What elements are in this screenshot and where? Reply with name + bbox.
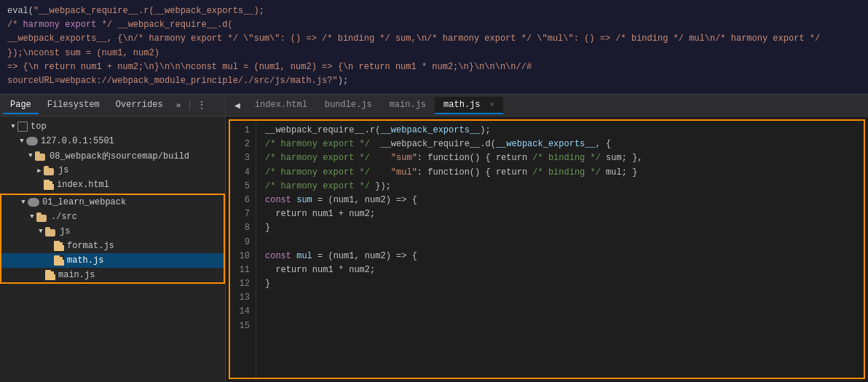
tab-divider bbox=[189, 100, 190, 111]
tree-label-js: js bbox=[58, 165, 225, 175]
arrow-learn bbox=[19, 199, 28, 206]
tree-item-math[interactable]: math.js bbox=[1, 253, 224, 268]
page-icon bbox=[17, 122, 28, 132]
file-tree: top 127.0.0.1:5501 08_webpack的sourcemap/… bbox=[0, 116, 225, 382]
tree-item-index-html[interactable]: index.html bbox=[0, 178, 225, 192]
cloud-icon-learn bbox=[28, 198, 39, 207]
file-icon-main bbox=[45, 270, 55, 280]
devtools-panel: Page Filesystem Overrides » ⋮ top 127.0 bbox=[0, 95, 868, 382]
arrow-server bbox=[17, 138, 26, 145]
highlighted-group: 01_learn_webpack ./src bbox=[0, 194, 225, 284]
tab-filesystem[interactable]: Filesystem bbox=[40, 97, 107, 114]
code-line-13 bbox=[265, 291, 855, 305]
code-line-14 bbox=[265, 305, 855, 319]
tab-page[interactable]: Page bbox=[3, 97, 39, 114]
tree-item-format[interactable]: format.js bbox=[1, 239, 224, 253]
code-line-6: const sum = (num1, num2) => { bbox=[265, 194, 855, 207]
tree-label-src: ./src bbox=[51, 212, 224, 222]
tree-item-build[interactable]: 08_webpack的sourcemap/build bbox=[0, 148, 225, 163]
nav-back-icon[interactable]: ◀ bbox=[229, 100, 246, 111]
code-line-3: /* harmony export */ "sum": function() {… bbox=[265, 151, 855, 165]
code-line-4: /* harmony export */ "mul": function() {… bbox=[265, 166, 855, 180]
tab-close-icon[interactable]: × bbox=[490, 101, 494, 109]
tree-item-src[interactable]: ./src bbox=[1, 210, 224, 224]
editor-tab-index[interactable]: index.html bbox=[246, 97, 316, 114]
line-numbers: 1 2 3 4 5 6 7 8 9 10 11 12 13 14 15 bbox=[230, 121, 256, 378]
sidebar-menu-icon[interactable]: ⋮ bbox=[194, 100, 209, 111]
editor-area: ◀ index.html bundle.js main.js math.js ×… bbox=[226, 95, 868, 382]
folder-icon-src bbox=[36, 212, 48, 222]
tree-label-format: format.js bbox=[67, 241, 224, 251]
tree-label-js2: js bbox=[60, 226, 224, 236]
code-line-9 bbox=[265, 236, 855, 250]
file-icon-math bbox=[54, 255, 64, 266]
sidebar-tab-bar: Page Filesystem Overrides » ⋮ bbox=[0, 95, 225, 116]
tree-item-js[interactable]: js bbox=[0, 163, 225, 178]
file-icon-format bbox=[54, 241, 64, 251]
sidebar: Page Filesystem Overrides » ⋮ top 127.0 bbox=[0, 95, 226, 382]
code-line-15 bbox=[265, 319, 855, 333]
folder-icon-js2 bbox=[45, 226, 57, 236]
code-line-8: } bbox=[265, 221, 855, 235]
eval-content: eval("__webpack_require__.r(__webpack_ex… bbox=[7, 6, 820, 86]
editor-tab-bar: ◀ index.html bundle.js main.js math.js × bbox=[226, 95, 868, 116]
code-line-11: return num1 * num2; bbox=[265, 263, 855, 277]
tab-more[interactable]: » bbox=[172, 98, 186, 113]
eval-bar: eval("__webpack_require__.r(__webpack_ex… bbox=[0, 0, 868, 95]
tree-label-learn: 01_learn_webpack bbox=[42, 197, 224, 207]
tree-item-main[interactable]: main.js bbox=[1, 268, 224, 282]
arrow-top bbox=[9, 123, 17, 130]
arrow-js bbox=[35, 167, 44, 175]
code-editor: 1 2 3 4 5 6 7 8 9 10 11 12 13 14 15 __we… bbox=[229, 119, 865, 379]
arrow-build bbox=[26, 152, 35, 159]
code-content: __webpack_require__.r(__webpack_exports_… bbox=[256, 121, 864, 378]
editor-tab-main[interactable]: main.js bbox=[381, 97, 435, 114]
tree-item-top[interactable]: top bbox=[0, 119, 225, 134]
code-line-5: /* harmony export */ }); bbox=[265, 180, 855, 194]
code-line-2: /* harmony export */ __webpack_require__… bbox=[265, 138, 855, 151]
tree-label-top: top bbox=[31, 122, 225, 132]
code-line-10: const mul = (num1, num2) => { bbox=[265, 250, 855, 263]
tab-overrides[interactable]: Overrides bbox=[108, 97, 170, 114]
tree-label-server: 127.0.0.1:5501 bbox=[41, 136, 225, 146]
code-line-1: __webpack_require__.r(__webpack_exports_… bbox=[265, 124, 855, 138]
tree-item-server[interactable]: 127.0.0.1:5501 bbox=[0, 134, 225, 148]
folder-icon-build bbox=[35, 151, 47, 161]
editor-tab-bundle[interactable]: bundle.js bbox=[316, 97, 381, 114]
tree-item-learn[interactable]: 01_learn_webpack bbox=[1, 195, 224, 210]
code-line-7: return num1 + num2; bbox=[265, 207, 855, 221]
arrow-js2 bbox=[36, 228, 45, 235]
code-line-12: } bbox=[265, 277, 855, 291]
tree-label-main: main.js bbox=[58, 270, 224, 280]
tree-item-js2[interactable]: js bbox=[1, 224, 224, 239]
tree-label-build: 08_webpack的sourcemap/build bbox=[50, 150, 225, 162]
file-icon-index bbox=[44, 180, 54, 190]
cloud-icon-server bbox=[26, 137, 38, 146]
tree-label-math: math.js bbox=[67, 255, 224, 266]
editor-tab-math[interactable]: math.js × bbox=[435, 97, 503, 114]
tree-label-index: index.html bbox=[57, 180, 225, 190]
folder-icon-js bbox=[44, 165, 55, 175]
arrow-src bbox=[28, 213, 36, 220]
